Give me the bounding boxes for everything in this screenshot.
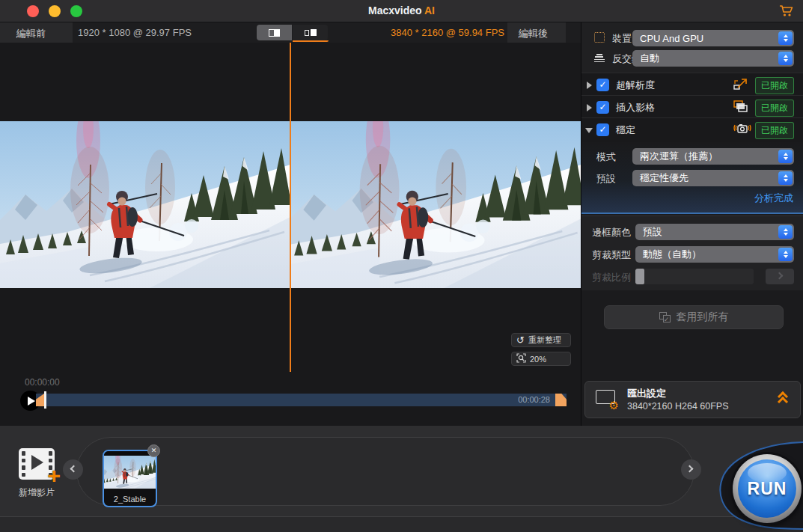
crop-ratio-slider-thumb [635, 269, 644, 284]
analysis-complete-link[interactable]: 分析完成 [754, 192, 793, 205]
crop-ratio-slider [635, 269, 754, 284]
crop-settings: 邊框顏色 預設 剪裁類型 動態（自動） 剪裁比例 [581, 215, 803, 290]
playhead[interactable] [44, 391, 46, 409]
stabilization-row[interactable]: ✓ 穩定 已開啟 [581, 117, 803, 142]
deinterlace-value: 自動 [640, 52, 659, 65]
export-settings-icon: ⚙ [596, 390, 617, 408]
media-panel: + 新增影片 2_Stable ✕ RUN [0, 426, 803, 532]
device-label: 裝置 [612, 32, 632, 46]
refresh-label: 重新整理 [528, 334, 561, 346]
play-icon [28, 397, 35, 406]
split-view-button[interactable] [257, 25, 292, 40]
super-resolution-checkbox[interactable]: ✓ [596, 79, 609, 91]
play-icon [31, 455, 43, 470]
before-resolution: 1920 * 1080 @ 29.97 FPS [78, 27, 192, 38]
add-video-label: 新增影片 [15, 486, 58, 499]
preset-row: 預設 穩定性優先 [581, 170, 803, 186]
border-color-dropdown[interactable]: 預設 [635, 224, 794, 240]
device-value: CPU And GPU [640, 33, 703, 44]
frame-interpolation-checkbox[interactable]: ✓ [596, 101, 609, 114]
zoom-level-button[interactable]: 20% [511, 352, 571, 366]
preset-dropdown[interactable]: 穩定性優先 [632, 170, 794, 186]
active-view-underline [293, 40, 329, 42]
disclosure-collapsed-icon[interactable] [587, 104, 592, 111]
disclosure-expanded-icon[interactable] [585, 128, 593, 133]
apply-all-icon: ✓ [659, 312, 671, 322]
scroll-left-button[interactable] [63, 459, 83, 480]
crop-ratio-button [766, 269, 794, 284]
device-row: 裝置 CPU And GPU [581, 30, 803, 46]
media-panel-footer [0, 517, 803, 532]
mode-row: 模式 兩次運算（推薦） [581, 148, 803, 165]
thumbnail-image [104, 456, 156, 489]
preset-label: 預設 [596, 172, 616, 186]
cart-icon[interactable] [779, 4, 794, 20]
device-stepper-icon[interactable] [778, 31, 793, 45]
magnifier-icon [516, 353, 526, 364]
export-settings-summary: 3840*2160 H264 60FPS [627, 401, 729, 412]
apply-to-all-label: 套用到所有 [677, 311, 729, 324]
split-divider[interactable] [290, 43, 291, 372]
zoom-level-value: 20% [530, 355, 546, 364]
mode-label: 模式 [596, 150, 616, 164]
crop-type-dropdown[interactable]: 動態（自動） [635, 246, 794, 263]
stabilization-checkbox[interactable]: ✓ [596, 123, 609, 136]
stabilization-settings: 模式 兩次運算（推薦） 預設 穩定性優先 分析完成 [581, 142, 803, 214]
window-title: Macxvideo AI [0, 4, 803, 16]
settings-sidebar: 裝置 CPU And GPU 反交錯 自動 ✓ 超解析度 [581, 22, 803, 426]
crop-ratio-row: 剪裁比例 [581, 269, 803, 285]
stabilization-status-badge: 已開啟 [755, 122, 794, 139]
device-dropdown[interactable]: CPU And GPU [632, 30, 794, 46]
media-track [76, 437, 694, 506]
app-name-accent: AI [424, 4, 435, 16]
add-video-button[interactable]: + 新增影片 [15, 448, 58, 496]
compare-bar: 編輯前 1920 * 1080 @ 29.97 FPS 3840 * 2160 … [0, 22, 581, 43]
crop-type-label: 剪裁類型 [592, 248, 631, 262]
deinterlace-row: 反交錯 自動 [581, 50, 803, 67]
apply-to-all-button[interactable]: ✓ 套用到所有 [604, 305, 784, 329]
preview-area: ↺ 重新整理 20% 00:00:00 00:00:28 [0, 43, 581, 426]
chevron-right-icon [686, 465, 694, 473]
super-resolution-label: 超解析度 [616, 79, 655, 92]
border-color-stepper-icon[interactable] [778, 225, 793, 239]
preset-value: 穩定性優先 [640, 171, 688, 185]
remove-clip-button[interactable]: ✕ [147, 444, 160, 457]
crop-ratio-label: 剪裁比例 [592, 271, 631, 284]
run-button-gloss [748, 463, 787, 483]
gear-icon: ⚙ [609, 400, 619, 411]
deinterlace-dropdown[interactable]: 自動 [632, 50, 794, 67]
app-window: Macxvideo AI 編輯前 1920 * 1080 @ 29.97 FPS… [0, 0, 803, 532]
end-time: 00:00:28 [518, 395, 550, 404]
crop-type-stepper-icon[interactable] [778, 248, 793, 261]
video-after-frame [291, 121, 581, 288]
stabilization-camera-shake-icon [733, 122, 749, 137]
frame-interpolation-row[interactable]: ✓ 插入影格 已開啟 [581, 95, 803, 117]
crop-type-value: 動態（自動） [643, 248, 701, 261]
export-settings-title: 匯出設定 [627, 387, 666, 400]
refresh-button[interactable]: ↺ 重新整理 [511, 333, 571, 347]
side-by-side-view-button[interactable] [293, 25, 328, 40]
trim-handle-left[interactable] [36, 394, 44, 406]
titlebar: Macxvideo AI [0, 0, 803, 22]
collapse-chevron-up-icon[interactable] [778, 392, 790, 407]
deinterlace-stepper-icon[interactable] [778, 52, 793, 65]
trim-handle-right[interactable] [555, 394, 567, 406]
add-video-film-icon: + [19, 448, 55, 480]
border-color-row: 邊框顏色 預設 [581, 224, 803, 240]
super-resolution-status-badge: 已開啟 [755, 77, 794, 94]
clip-thumbnail[interactable]: 2_Stable [103, 450, 157, 507]
after-label: 編輯後 [519, 27, 548, 40]
mode-dropdown[interactable]: 兩次運算（推薦） [632, 148, 794, 165]
frame-interpolation-label: 插入影格 [616, 101, 655, 114]
super-resolution-row[interactable]: ✓ 超解析度 已開啟 [581, 73, 803, 95]
mode-value: 兩次運算（推薦） [640, 150, 718, 163]
disclosure-collapsed-icon[interactable] [587, 82, 592, 89]
border-color-label: 邊框顏色 [592, 226, 631, 239]
scroll-right-button[interactable] [681, 459, 701, 480]
side-by-side-icon [305, 29, 317, 36]
export-settings-card[interactable]: ⚙ 匯出設定 3840*2160 H264 60FPS [584, 381, 801, 418]
preset-stepper-icon[interactable] [778, 171, 793, 185]
mode-stepper-icon[interactable] [778, 150, 793, 163]
seek-bar[interactable]: 00:00:28 [36, 394, 567, 406]
view-mode-toggle [257, 25, 328, 40]
